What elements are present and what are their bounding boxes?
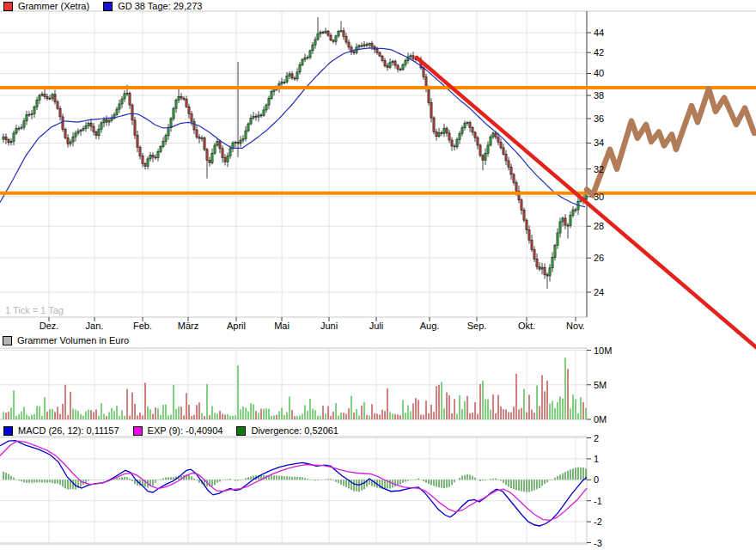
candlesticks — [3, 17, 587, 289]
svg-text:5M: 5M — [594, 380, 607, 390]
volume-panel-legend: Grammer Volumen in Euro — [3, 335, 129, 345]
svg-text:36: 36 — [594, 113, 604, 124]
svg-text:Mai: Mai — [274, 321, 290, 331]
tick-note: 1 Tick = 1 Tag — [5, 305, 64, 315]
svg-text:-1: -1 — [594, 496, 602, 506]
month-axis-labels: Dez.Jan.Feb.MärzAprilMaiJuniJuliAug.Sep.… — [40, 317, 585, 331]
projection-line — [587, 89, 754, 195]
svg-text:26: 26 — [594, 253, 604, 263]
price-axis-labels: 4442403836343230282624 — [587, 28, 604, 297]
svg-text:28: 28 — [594, 221, 604, 231]
svg-text:März: März — [178, 321, 198, 331]
svg-text:-2: -2 — [594, 516, 602, 527]
macd-series-swatch — [3, 426, 13, 436]
svg-text:40: 40 — [594, 68, 604, 78]
svg-text:44: 44 — [594, 28, 604, 38]
svg-text:38: 38 — [594, 90, 604, 101]
panel-borders — [0, 11, 756, 544]
divergence-series-swatch — [236, 426, 246, 436]
exp-value-label: EXP (9): -0,40904 — [148, 425, 223, 436]
svg-text:34: 34 — [594, 138, 604, 148]
svg-text:24: 24 — [594, 287, 604, 297]
svg-text:1: 1 — [594, 454, 599, 464]
main-chart-legend: Grammer (Xetra) GD 38 Tage: 29,273 — [3, 1, 202, 11]
svg-text:Okt.: Okt. — [518, 321, 535, 331]
ma-series-label: GD 38 Tage: 29,273 — [118, 1, 202, 11]
svg-text:Nov.: Nov. — [566, 321, 585, 331]
price-series-label: Grammer (Xetra) — [18, 1, 89, 11]
svg-text:10M: 10M — [594, 345, 612, 356]
svg-text:1 Tick = 1 Tag: 1 Tick = 1 Tag — [5, 305, 64, 315]
macd-value-label: MACD (26, 12): 0,11157 — [18, 425, 119, 436]
stock-chart-root: 444240383634323028262410M5M0M210-1-2-3De… — [0, 0, 756, 550]
svg-text:Aug.: Aug. — [420, 321, 440, 331]
svg-text:Dez.: Dez. — [40, 321, 59, 331]
volume-axis-labels: 10M5M0M — [587, 345, 612, 425]
support-resistance-lines — [0, 88, 756, 193]
svg-text:42: 42 — [594, 47, 604, 58]
ma-series-swatch — [103, 2, 113, 11]
divergence-value-label: Divergence: 0,52061 — [251, 425, 338, 436]
macd-axis-labels: 210-1-2-3 — [587, 433, 602, 548]
svg-text:Juli: Juli — [369, 321, 384, 331]
svg-text:April: April — [227, 321, 246, 331]
svg-text:32: 32 — [594, 164, 604, 174]
exp-series-swatch — [133, 426, 143, 436]
price-series-swatch — [3, 2, 13, 11]
svg-text:Juni: Juni — [320, 321, 338, 331]
macd-panel-legend: MACD (26, 12): 0,11157 EXP (9): -0,40904… — [3, 425, 338, 436]
svg-text:-3: -3 — [594, 538, 602, 548]
svg-text:Feb.: Feb. — [133, 321, 152, 331]
svg-text:0M: 0M — [594, 414, 607, 425]
volume-panel-title: Grammer Volumen in Euro — [17, 335, 129, 345]
svg-text:2: 2 — [594, 433, 599, 443]
svg-text:0: 0 — [594, 474, 599, 485]
svg-text:Sep.: Sep. — [467, 321, 487, 331]
volume-bars — [3, 358, 587, 419]
svg-text:Jan.: Jan. — [86, 321, 104, 331]
svg-text:30: 30 — [594, 192, 604, 202]
volume-series-swatch — [3, 336, 12, 345]
chart-canvas: 444240383634323028262410M5M0M210-1-2-3De… — [0, 0, 756, 550]
